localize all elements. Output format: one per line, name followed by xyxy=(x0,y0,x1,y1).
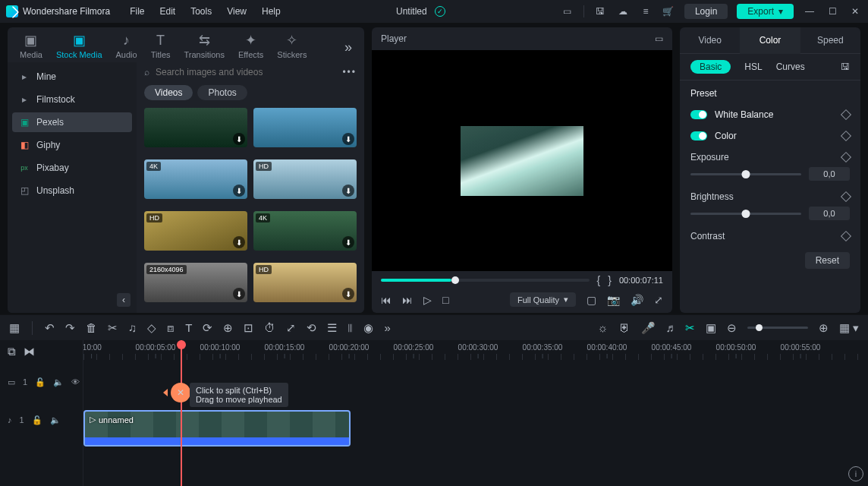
white-balance-toggle[interactable] xyxy=(690,110,707,119)
rotate-icon[interactable]: ⟳ xyxy=(203,321,212,335)
prev-frame-icon[interactable]: ⏮ xyxy=(381,294,392,306)
download-icon[interactable]: ⬇ xyxy=(233,133,245,145)
menu-help[interactable]: Help xyxy=(262,6,281,17)
download-icon[interactable]: ⬇ xyxy=(342,236,354,248)
music-icon[interactable]: ♫ xyxy=(128,321,137,334)
close-icon[interactable]: ✕ xyxy=(848,5,862,18)
media-thumb[interactable]: ⬇ xyxy=(253,108,357,147)
export-button[interactable]: Export▾ xyxy=(737,4,794,19)
insp-tab-color[interactable]: Color xyxy=(740,27,800,54)
media-thumb[interactable]: 4K⬇ xyxy=(144,159,247,199)
marker-in-icon[interactable]: { xyxy=(597,274,601,286)
brightness-value[interactable]: 0,0 xyxy=(809,207,850,220)
media-thumb[interactable]: HD⬇ xyxy=(253,159,357,199)
play-icon[interactable]: ▷ xyxy=(423,294,432,306)
source-giphy[interactable]: ◧Giphy xyxy=(12,135,132,155)
download-icon[interactable]: ⬇ xyxy=(342,133,354,145)
download-icon[interactable]: ⬇ xyxy=(233,288,245,300)
menu-edit[interactable]: Edit xyxy=(160,6,176,17)
source-filmstock[interactable]: ▸Filmstock xyxy=(12,90,132,109)
snapshot-overlay-icon[interactable]: ▭ xyxy=(655,33,663,44)
media-thumb[interactable]: 4K⬇ xyxy=(253,211,357,251)
display-icon[interactable]: ▢ xyxy=(587,294,596,306)
tab-stock-media[interactable]: ▣Stock Media xyxy=(56,32,102,62)
adjust-icon[interactable]: ⊡ xyxy=(244,321,253,335)
subtab-photos[interactable]: Photos xyxy=(197,85,247,100)
save-preset-icon[interactable]: 🖫 xyxy=(841,62,850,72)
marker2-icon[interactable]: ▣ xyxy=(706,321,716,335)
cut-icon[interactable]: ✂ xyxy=(108,321,118,335)
tag-icon[interactable]: ◇ xyxy=(147,321,156,335)
color-enable-toggle[interactable] xyxy=(690,131,707,140)
expand-icon[interactable]: ⤢ xyxy=(286,321,296,335)
player-scrubber[interactable] xyxy=(381,279,590,282)
keyframe-color-icon[interactable] xyxy=(841,131,851,141)
sun-icon[interactable]: ☼ xyxy=(598,321,609,334)
mute-icon[interactable]: 🔈 xyxy=(53,377,64,387)
more-tabs-icon[interactable]: » xyxy=(344,39,352,55)
timer-icon[interactable]: ⏱ xyxy=(264,321,275,334)
link-icon[interactable]: ⟲ xyxy=(307,321,316,335)
cart-icon[interactable]: 🛒 xyxy=(662,5,675,18)
brightness-slider[interactable] xyxy=(690,213,801,215)
tab-media[interactable]: ▣Media xyxy=(20,32,42,62)
list-icon[interactable]: ≡ xyxy=(639,5,653,18)
volume-icon[interactable]: 🔊 xyxy=(631,294,643,306)
cloud-icon[interactable]: ☁ xyxy=(616,5,630,18)
delete-icon[interactable]: 🗑 xyxy=(86,321,97,334)
source-pixabay[interactable]: pxPixabay xyxy=(12,158,132,178)
zoom-in-icon[interactable]: ⊕ xyxy=(819,321,829,335)
lock-icon[interactable]: 🔓 xyxy=(32,415,42,425)
source-unsplash[interactable]: ◰Unsplash xyxy=(12,181,132,200)
media-thumb[interactable]: ⬇ xyxy=(144,108,247,147)
keyframe-contrast-icon[interactable] xyxy=(841,231,851,241)
login-button[interactable]: Login xyxy=(684,4,728,19)
lock-icon[interactable]: 🔓 xyxy=(35,377,46,387)
timeline-clip[interactable]: ▷unnamed xyxy=(83,410,351,447)
subtab-curves[interactable]: Curves xyxy=(776,62,805,72)
exposure-value[interactable]: 0,0 xyxy=(809,167,850,181)
zoom-slider[interactable] xyxy=(747,327,808,329)
marker-out-icon[interactable]: } xyxy=(608,274,612,286)
more-toolbar-icon[interactable]: » xyxy=(384,321,390,334)
split-marker[interactable]: ✕ xyxy=(171,383,190,402)
undo-icon[interactable]: ↶ xyxy=(45,321,55,335)
grid-icon[interactable]: ▦ xyxy=(9,321,20,335)
speed-icon[interactable]: ⊕ xyxy=(223,321,233,335)
quality-dropdown[interactable]: Full Quality▾ xyxy=(510,292,576,307)
copy-icon[interactable]: ⧉ xyxy=(8,345,16,358)
save-icon[interactable]: 🖫 xyxy=(593,5,607,18)
exposure-slider[interactable] xyxy=(690,173,801,175)
project-title[interactable]: Untitled xyxy=(396,6,427,17)
insp-tab-video[interactable]: Video xyxy=(680,27,740,54)
redo-icon[interactable]: ↷ xyxy=(65,321,75,335)
maximize-icon[interactable]: ☐ xyxy=(826,5,839,18)
video-track-header[interactable]: ▭ 1 🔓 🔈 👁 xyxy=(0,363,83,401)
eye-icon[interactable]: 👁 xyxy=(71,377,80,387)
sliders-icon[interactable]: ☰ xyxy=(327,321,337,335)
insp-tab-speed[interactable]: Speed xyxy=(800,27,860,54)
preview-viewer[interactable] xyxy=(372,50,672,271)
keyframe-exposure-icon[interactable] xyxy=(841,152,851,163)
zoom-out-icon[interactable]: ⊖ xyxy=(727,321,737,335)
keyframe-brightness-icon[interactable] xyxy=(841,191,851,202)
media-thumb[interactable]: HD⬇ xyxy=(253,263,357,302)
chain-icon[interactable]: ⧓ xyxy=(24,345,35,358)
music2-icon[interactable]: ♬ xyxy=(666,321,675,334)
menu-tools[interactable]: Tools xyxy=(190,6,212,17)
layout-icon[interactable]: ▭ xyxy=(561,5,574,18)
mute-icon[interactable]: 🔈 xyxy=(50,415,61,425)
menu-view[interactable]: View xyxy=(227,6,247,17)
search-more-icon[interactable]: ••• xyxy=(342,67,357,77)
text-icon[interactable]: T xyxy=(185,321,192,334)
subtab-videos[interactable]: Videos xyxy=(144,85,193,100)
wave-icon[interactable]: ⫴ xyxy=(348,321,353,335)
download-icon[interactable]: ⬇ xyxy=(233,236,245,248)
stop-icon[interactable]: □ xyxy=(442,294,448,306)
menu-file[interactable]: File xyxy=(130,6,144,17)
search-input[interactable] xyxy=(156,67,336,77)
record-icon[interactable]: ◉ xyxy=(363,321,373,335)
reset-button[interactable]: Reset xyxy=(805,252,850,269)
tab-effects[interactable]: ✦Effects xyxy=(238,32,263,62)
tab-audio[interactable]: ♪Audio xyxy=(116,32,137,62)
